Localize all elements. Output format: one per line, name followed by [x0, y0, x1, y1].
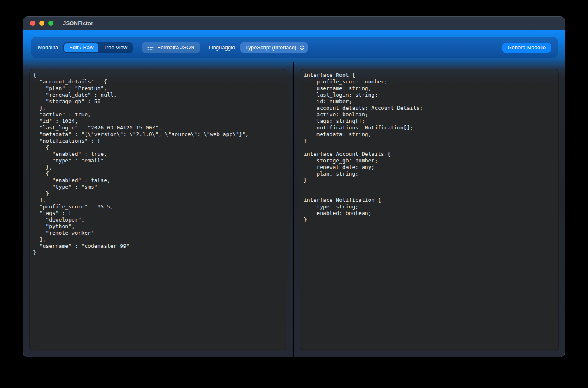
model-output-pane: interface Root { profile_score: number; …: [300, 69, 559, 351]
language-select[interactable]: TypeScript (Interface): [240, 42, 308, 53]
json-input-pane: { "account_details" : { "plan" : "Premiu…: [29, 69, 287, 351]
segment-tree-view[interactable]: Tree View: [98, 43, 132, 52]
generate-model-button[interactable]: Genera Modello: [502, 43, 551, 53]
format-json-button[interactable]: Formatta JSON: [142, 42, 200, 53]
model-output-view: interface Root { profile_score: number; …: [300, 69, 558, 351]
language-select-value: TypeScript (Interface): [245, 44, 296, 51]
language-label: Linguaggio: [209, 44, 235, 51]
window-title: JSONFictor: [63, 20, 93, 26]
traffic-light-zoom-button[interactable]: [48, 21, 53, 26]
segment-edit-raw[interactable]: Edit / Raw: [64, 43, 98, 52]
app-window: JSONFictor Modalità Edit / Raw Tree View…: [23, 16, 565, 357]
json-input-editor[interactable]: { "account_details" : { "plan" : "Premiu…: [30, 69, 287, 351]
mode-segmented-control: Edit / Raw Tree View: [63, 42, 133, 53]
toolbar: Modalità Edit / Raw Tree View Formatta J…: [31, 37, 558, 58]
window-body: Modalità Edit / Raw Tree View Formatta J…: [23, 30, 565, 357]
title-bar: JSONFictor: [23, 17, 565, 30]
traffic-light-close-button[interactable]: [30, 21, 35, 26]
format-json-button-label: Formatta JSON: [157, 44, 194, 51]
format-list-icon: [147, 45, 154, 51]
chevron-up-down-icon: [300, 45, 304, 51]
traffic-light-minimize-button[interactable]: [39, 21, 44, 26]
pane-splitter[interactable]: [293, 62, 294, 357]
mode-label: Modalità: [38, 44, 58, 51]
